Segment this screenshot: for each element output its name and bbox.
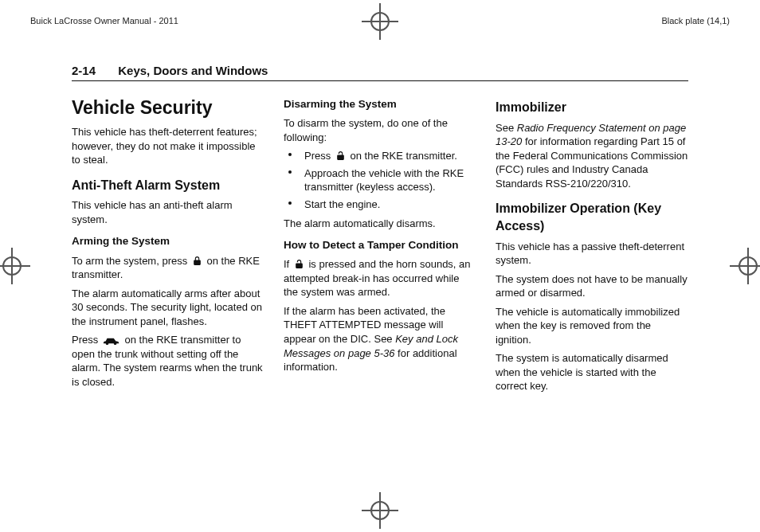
crop-mark-right-icon [730,248,760,284]
unlock-icon [294,259,304,269]
unlock-icon [335,151,346,161]
text-fragment: is pressed and the horn sounds, an attem… [284,258,471,298]
lock-icon [192,256,202,266]
body-text: This vehicle has theft-deterrent feature… [72,125,264,167]
page-content: 2-14 Keys, Doors and Windows Vehicle Sec… [72,64,688,398]
car-trunk-icon [103,336,120,345]
body-text: This vehicle has an anti-theft alarm sys… [72,198,264,226]
body-text: The alarm automatically disarms. [284,217,476,231]
body-text: Press on the RKE transmitter to open the… [72,333,264,389]
heading-immobilizer-op: Immobilizer Operation (Key Access) [496,200,688,234]
text-fragment: Press [72,334,101,346]
list-item: Approach the vehicle with the RKE transm… [284,166,476,194]
bullet-icon [288,170,292,174]
bullet-icon [288,201,292,205]
bullet-icon [288,153,292,156]
text-fragment: See [496,122,517,134]
text-fragment: If [284,258,292,270]
body-text: If is pressed and the horn sounds, an at… [284,257,476,299]
text-fragment: To arm the system, press [72,255,190,267]
list-item: Start the engine. [284,198,476,212]
body-text: To arm the system, press on the RKE tran… [72,254,264,282]
column-1: Vehicle Security This vehicle has theft-… [72,89,264,398]
column-3: Immobilizer See Radio Frequency Statemen… [496,89,688,398]
body-text: The system does not have to be manually … [496,272,688,300]
body-text: If the alarm has been activated, the THE… [284,304,476,374]
heading-disarming: Disarming the System [284,97,476,111]
body-text: The alarm automatically arms after about… [72,287,264,329]
manual-title: Buick LaCrosse Owner Manual - 2011 [30,16,178,25]
header-rule [72,80,688,81]
page-number: 2-14 [72,64,96,77]
crop-mark-top-icon [362,3,398,40]
heading-immobilizer: Immobilizer [496,99,688,116]
column-2: Disarming the System To disarm the syste… [284,89,476,398]
list-item: Press on the RKE transmitter. [284,149,476,163]
body-text: The system is automatically disarmed whe… [496,351,688,393]
black-plate-label: Black plate (14,1) [661,16,730,25]
crop-mark-bottom-icon [362,492,398,529]
bullet-list: Press on the RKE transmitter. Approach t… [284,149,476,211]
heading-vehicle-security: Vehicle Security [72,96,264,120]
body-text: See Radio Frequency Statement on page 13… [496,121,688,191]
crop-mark-left-icon [0,248,30,284]
heading-arming: Arming the System [72,234,264,248]
heading-tamper: How to Detect a Tamper Condition [284,238,476,252]
body-text: To disarm the system, do one of the foll… [284,116,476,144]
text-fragment: Press [304,150,334,162]
section-title: Keys, Doors and Windows [118,64,268,77]
text-fragment: Start the engine. [304,198,380,210]
heading-anti-theft: Anti-Theft Alarm System [72,177,264,194]
body-text: This vehicle has a passive theft-deterre… [496,240,688,268]
body-text: The vehicle is automatically immobilized… [496,305,688,347]
text-fragment: for information regarding Part 15 of the… [496,135,688,190]
text-fragment: Approach the vehicle with the RKE transm… [304,167,464,194]
text-fragment: on the RKE transmitter. [350,150,456,162]
